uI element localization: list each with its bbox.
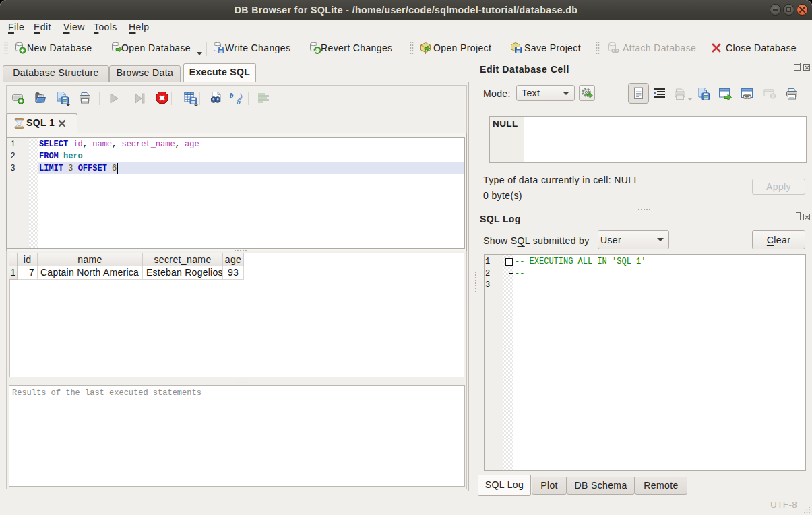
svg-text:b: b: [230, 91, 234, 99]
